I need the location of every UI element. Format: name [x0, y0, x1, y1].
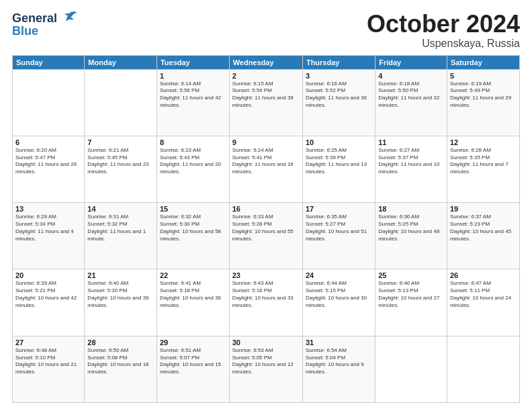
- week-row-5: 27Sunrise: 6:48 AM Sunset: 5:10 PM Dayli…: [13, 336, 520, 402]
- week-row-3: 13Sunrise: 6:29 AM Sunset: 5:34 PM Dayli…: [13, 203, 520, 269]
- day-number: 2: [232, 72, 300, 80]
- cell-1-7: 5Sunrise: 6:19 AM Sunset: 5:49 PM Daylig…: [447, 69, 519, 136]
- cell-info: Sunrise: 6:44 AM Sunset: 5:15 PM Dayligh…: [306, 280, 372, 309]
- col-saturday: Saturday: [447, 55, 519, 69]
- day-number: 6: [15, 138, 81, 146]
- cell-info: Sunrise: 6:32 AM Sunset: 5:30 PM Dayligh…: [160, 214, 226, 242]
- cell-info: Sunrise: 6:28 AM Sunset: 5:35 PM Dayligh…: [450, 147, 517, 176]
- day-number: 10: [306, 138, 372, 146]
- cell-info: Sunrise: 6:35 AM Sunset: 5:27 PM Dayligh…: [306, 214, 372, 242]
- col-wednesday: Wednesday: [229, 55, 302, 69]
- cell-info: Sunrise: 6:20 AM Sunset: 5:47 PM Dayligh…: [15, 147, 81, 176]
- cell-info: Sunrise: 6:33 AM Sunset: 5:28 PM Dayligh…: [232, 214, 300, 242]
- day-number: 4: [378, 72, 444, 80]
- cell-1-4: 2Sunrise: 6:15 AM Sunset: 5:54 PM Daylig…: [229, 69, 302, 136]
- cell-info: Sunrise: 6:29 AM Sunset: 5:34 PM Dayligh…: [15, 214, 81, 242]
- cell-1-6: 4Sunrise: 6:18 AM Sunset: 5:50 PM Daylig…: [375, 69, 447, 136]
- cell-1-2: [85, 69, 157, 136]
- day-number: 15: [160, 205, 226, 213]
- cell-info: Sunrise: 6:53 AM Sunset: 5:05 PM Dayligh…: [232, 347, 300, 376]
- cell-info: Sunrise: 6:40 AM Sunset: 5:20 PM Dayligh…: [87, 280, 154, 309]
- day-number: 8: [160, 138, 226, 146]
- cell-info: Sunrise: 6:19 AM Sunset: 5:49 PM Dayligh…: [450, 81, 517, 109]
- cell-3-7: 19Sunrise: 6:37 AM Sunset: 5:23 PM Dayli…: [447, 203, 519, 269]
- cell-3-5: 17Sunrise: 6:35 AM Sunset: 5:27 PM Dayli…: [302, 203, 375, 269]
- day-number: 27: [15, 338, 81, 347]
- cell-info: Sunrise: 6:51 AM Sunset: 5:07 PM Dayligh…: [160, 347, 226, 376]
- logo: General Blue: [12, 11, 79, 38]
- cell-5-5: 31Sunrise: 6:54 AM Sunset: 5:04 PM Dayli…: [302, 336, 375, 402]
- cell-1-1: [13, 69, 85, 136]
- day-number: 23: [232, 271, 300, 279]
- day-number: 5: [450, 72, 517, 80]
- cell-5-4: 30Sunrise: 6:53 AM Sunset: 5:05 PM Dayli…: [229, 336, 302, 402]
- cell-4-3: 22Sunrise: 6:41 AM Sunset: 5:18 PM Dayli…: [157, 269, 229, 336]
- day-number: 25: [378, 271, 444, 279]
- day-number: 30: [232, 338, 300, 347]
- cell-2-3: 8Sunrise: 6:23 AM Sunset: 5:43 PM Daylig…: [157, 136, 229, 202]
- day-number: 18: [378, 205, 444, 213]
- cell-info: Sunrise: 6:31 AM Sunset: 5:32 PM Dayligh…: [87, 214, 154, 242]
- day-number: 13: [15, 205, 81, 213]
- cell-info: Sunrise: 6:54 AM Sunset: 5:04 PM Dayligh…: [306, 347, 372, 376]
- week-row-4: 20Sunrise: 6:39 AM Sunset: 5:21 PM Dayli…: [13, 269, 520, 336]
- day-number: 19: [450, 205, 517, 213]
- cell-3-3: 15Sunrise: 6:32 AM Sunset: 5:30 PM Dayli…: [157, 203, 229, 269]
- cell-2-5: 10Sunrise: 6:25 AM Sunset: 5:39 PM Dayli…: [302, 136, 375, 202]
- cell-4-4: 23Sunrise: 6:43 AM Sunset: 5:16 PM Dayli…: [229, 269, 302, 336]
- day-number: 12: [450, 138, 517, 146]
- cell-2-2: 7Sunrise: 6:21 AM Sunset: 5:45 PM Daylig…: [85, 136, 157, 202]
- col-sunday: Sunday: [13, 55, 85, 69]
- cell-info: Sunrise: 6:46 AM Sunset: 5:13 PM Dayligh…: [378, 280, 444, 309]
- cell-info: Sunrise: 6:23 AM Sunset: 5:43 PM Dayligh…: [160, 147, 226, 176]
- day-number: 28: [87, 338, 154, 347]
- day-number: 11: [378, 138, 444, 146]
- cell-info: Sunrise: 6:50 AM Sunset: 5:08 PM Dayligh…: [87, 347, 154, 376]
- day-number: 26: [450, 271, 517, 279]
- cell-5-6: [375, 336, 447, 402]
- day-number: 22: [160, 271, 226, 279]
- day-number: 20: [15, 271, 81, 279]
- cell-5-2: 28Sunrise: 6:50 AM Sunset: 5:08 PM Dayli…: [85, 336, 157, 402]
- cell-4-6: 25Sunrise: 6:46 AM Sunset: 5:13 PM Dayli…: [375, 269, 447, 336]
- cell-4-5: 24Sunrise: 6:44 AM Sunset: 5:15 PM Dayli…: [302, 269, 375, 336]
- calendar-page: General Blue October 2024 Uspenskaya, Ru…: [0, 0, 532, 411]
- col-tuesday: Tuesday: [157, 55, 229, 69]
- day-number: 7: [87, 138, 154, 146]
- cell-3-1: 13Sunrise: 6:29 AM Sunset: 5:34 PM Dayli…: [13, 203, 85, 269]
- day-number: 24: [306, 271, 372, 279]
- day-number: 31: [306, 338, 372, 347]
- day-number: 3: [306, 72, 372, 80]
- day-number: 21: [87, 271, 154, 279]
- cell-info: Sunrise: 6:27 AM Sunset: 5:37 PM Dayligh…: [378, 147, 444, 176]
- header: General Blue October 2024 Uspenskaya, Ru…: [12, 11, 520, 50]
- title-block: October 2024 Uspenskaya, Russia: [367, 11, 520, 50]
- day-number: 29: [160, 338, 226, 347]
- cell-5-7: [447, 336, 519, 402]
- cell-4-1: 20Sunrise: 6:39 AM Sunset: 5:21 PM Dayli…: [13, 269, 85, 336]
- cell-info: Sunrise: 6:18 AM Sunset: 5:50 PM Dayligh…: [378, 81, 444, 109]
- cell-5-3: 29Sunrise: 6:51 AM Sunset: 5:07 PM Dayli…: [157, 336, 229, 402]
- cell-info: Sunrise: 6:47 AM Sunset: 5:11 PM Dayligh…: [450, 280, 517, 309]
- logo-blue-text: Blue: [12, 24, 38, 38]
- logo-text: General: [12, 11, 57, 26]
- col-friday: Friday: [375, 55, 447, 69]
- cell-3-4: 16Sunrise: 6:33 AM Sunset: 5:28 PM Dayli…: [229, 203, 302, 269]
- col-monday: Monday: [85, 55, 157, 69]
- day-number: 17: [306, 205, 372, 213]
- calendar-table: Sunday Monday Tuesday Wednesday Thursday…: [12, 55, 520, 403]
- cell-1-3: 1Sunrise: 6:14 AM Sunset: 5:56 PM Daylig…: [157, 69, 229, 136]
- day-number: 1: [160, 72, 226, 80]
- cell-info: Sunrise: 6:25 AM Sunset: 5:39 PM Dayligh…: [306, 147, 372, 176]
- cell-4-7: 26Sunrise: 6:47 AM Sunset: 5:11 PM Dayli…: [447, 269, 519, 336]
- cell-2-4: 9Sunrise: 6:24 AM Sunset: 5:41 PM Daylig…: [229, 136, 302, 202]
- location: Uspenskaya, Russia: [367, 38, 520, 50]
- month-title: October 2024: [367, 11, 520, 38]
- cell-2-6: 11Sunrise: 6:27 AM Sunset: 5:37 PM Dayli…: [375, 136, 447, 202]
- cell-info: Sunrise: 6:21 AM Sunset: 5:45 PM Dayligh…: [87, 147, 154, 176]
- day-number: 9: [232, 138, 300, 146]
- week-row-2: 6Sunrise: 6:20 AM Sunset: 5:47 PM Daylig…: [13, 136, 520, 202]
- cell-info: Sunrise: 6:16 AM Sunset: 5:52 PM Dayligh…: [306, 81, 372, 109]
- day-number: 14: [87, 205, 154, 213]
- week-row-1: 1Sunrise: 6:14 AM Sunset: 5:56 PM Daylig…: [13, 69, 520, 136]
